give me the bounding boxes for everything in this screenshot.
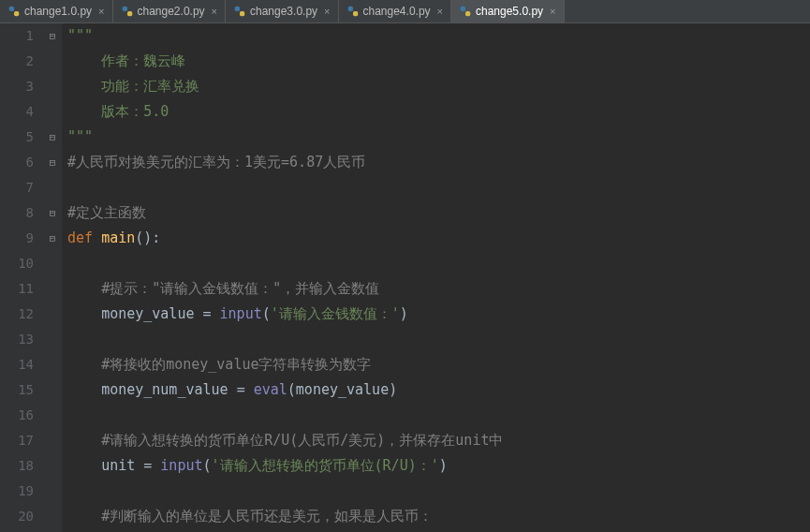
token <box>67 432 101 449</box>
token: = <box>237 381 254 398</box>
token: ) <box>389 381 397 398</box>
fold-toggle[interactable]: ⊟ <box>43 226 62 251</box>
tab-label: change1.0.py <box>24 5 92 18</box>
token: unit <box>101 457 143 474</box>
code-line[interactable]: 功能：汇率兑换 <box>67 74 810 99</box>
close-icon[interactable]: × <box>212 6 217 17</box>
fold-toggle <box>43 251 62 276</box>
line-number: 19 <box>0 479 34 504</box>
token: '请输入想转换的货币单位(R/U)：' <box>212 457 439 474</box>
line-number: 18 <box>0 453 34 479</box>
token: #人民币对换美元的汇率为：1美元=6.87人民币 <box>67 154 365 170</box>
close-icon[interactable]: × <box>437 6 443 17</box>
tab-label: change5.0.py <box>476 5 543 18</box>
code-line[interactable]: #人民币对换美元的汇率为：1美元=6.87人民币 <box>67 150 810 175</box>
fold-toggle <box>43 302 62 327</box>
fold-toggle <box>43 352 62 377</box>
token <box>67 381 101 398</box>
python-file-icon <box>346 5 360 18</box>
line-number: 15 <box>0 377 34 403</box>
code-line[interactable]: """ <box>67 23 810 49</box>
code-line[interactable]: 作者：魏云峰 <box>67 49 810 74</box>
tab-change3-0-py[interactable]: change3.0.py× <box>226 0 339 22</box>
tab-change1-0-py[interactable]: change1.0.py× <box>0 0 113 22</box>
line-number: 4 <box>0 99 34 125</box>
line-number: 12 <box>0 302 34 327</box>
line-number: 9 <box>0 226 34 251</box>
code-line[interactable]: #提示："请输入金钱数值："，并输入金数值 <box>67 276 810 302</box>
fold-toggle <box>43 276 62 302</box>
svg-rect-4 <box>235 7 240 11</box>
svg-rect-9 <box>465 11 470 16</box>
tab-label: change2.0.py <box>138 5 205 18</box>
token: input <box>220 305 262 322</box>
token: money_num_value <box>101 381 237 398</box>
token: ( <box>203 457 212 474</box>
line-number: 5 <box>0 125 34 150</box>
code-line[interactable]: #请输入想转换的货币单位R/U(人民币/美元)，并保存在unit中 <box>67 428 810 453</box>
token <box>67 280 101 297</box>
token: #将接收的money_value字符串转换为数字 <box>101 356 371 373</box>
line-number: 11 <box>0 276 34 302</box>
code-line[interactable]: def main(): <box>67 226 810 251</box>
fold-toggle <box>43 49 62 74</box>
tab-label: change3.0.py <box>250 5 317 18</box>
svg-rect-7 <box>353 11 358 16</box>
svg-rect-1 <box>14 11 19 16</box>
line-number: 14 <box>0 352 34 377</box>
fold-toggle <box>43 175 62 200</box>
code-line[interactable]: #定义主函数 <box>67 200 810 226</box>
svg-rect-5 <box>240 11 244 16</box>
close-icon[interactable]: × <box>98 6 104 17</box>
python-file-icon <box>459 5 472 18</box>
fold-toggle <box>43 327 62 352</box>
token: #判断输入的单位是人民币还是美元，如果是人民币： <box>101 508 433 525</box>
fold-toggle[interactable]: ⊟ <box>43 23 62 49</box>
code-area[interactable]: """ 作者：魏云峰 功能：汇率兑换 版本：5.0"""#人民币对换美元的汇率为… <box>62 23 810 532</box>
code-line[interactable] <box>67 251 810 276</box>
token <box>67 78 101 95</box>
token <box>67 52 101 69</box>
tab-change2-0-py[interactable]: change2.0.py× <box>113 0 227 22</box>
close-icon[interactable]: × <box>324 6 330 17</box>
tab-change5-0-py[interactable]: change5.0.py× <box>451 0 565 22</box>
fold-column: ⊟⊟⊟⊟⊟ <box>43 23 62 532</box>
token: 功能：汇率兑换 <box>101 78 199 95</box>
fold-toggle[interactable]: ⊟ <box>43 125 62 150</box>
line-number: 1 <box>0 23 34 49</box>
code-line[interactable]: 版本：5.0 <box>67 99 810 125</box>
svg-rect-3 <box>127 11 132 16</box>
code-line[interactable]: unit = input('请输入想转换的货币单位(R/U)：') <box>67 453 810 479</box>
fold-toggle <box>43 479 62 504</box>
line-number: 2 <box>0 49 34 74</box>
fold-toggle <box>43 504 62 529</box>
code-line[interactable]: #判断输入的单位是人民币还是美元，如果是人民币： <box>67 504 810 529</box>
line-number: 10 <box>0 251 34 276</box>
tab-change4-0-py[interactable]: change4.0.py× <box>339 0 452 22</box>
code-line[interactable] <box>67 327 810 352</box>
fold-toggle[interactable]: ⊟ <box>43 200 62 226</box>
python-file-icon <box>121 5 134 18</box>
code-line[interactable] <box>67 175 810 200</box>
line-number: 13 <box>0 327 34 352</box>
line-number: 8 <box>0 200 34 226</box>
token <box>67 305 101 322</box>
fold-toggle[interactable]: ⊟ <box>43 150 62 175</box>
code-line[interactable]: """ <box>67 125 810 150</box>
tab-label: change4.0.py <box>363 5 431 18</box>
code-line[interactable] <box>67 403 810 428</box>
svg-rect-6 <box>347 7 352 11</box>
token: '请输入金钱数值：' <box>271 305 400 322</box>
token: = <box>203 305 220 322</box>
token <box>67 356 101 373</box>
token <box>67 508 101 525</box>
close-icon[interactable]: × <box>550 6 555 17</box>
svg-rect-0 <box>9 7 14 11</box>
code-line[interactable]: money_value = input('请输入金钱数值：') <box>67 302 810 327</box>
line-number-gutter: 1234567891011121314151617181920 <box>0 23 43 532</box>
code-line[interactable] <box>67 479 810 504</box>
code-line[interactable]: #将接收的money_value字符串转换为数字 <box>67 352 810 377</box>
code-line[interactable]: money_num_value = eval(money_value) <box>67 377 810 403</box>
fold-toggle <box>43 453 62 479</box>
fold-toggle <box>43 74 62 99</box>
